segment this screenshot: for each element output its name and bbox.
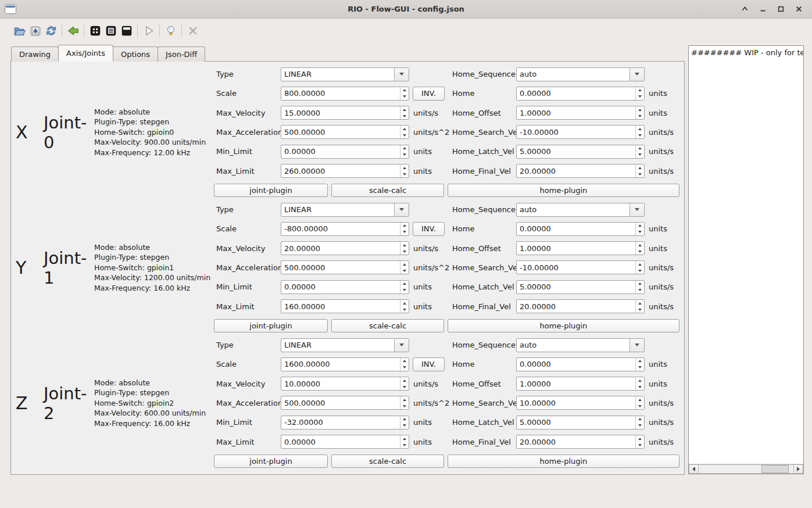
max-acceleration-spinbox[interactable]: 500.00000 (281, 125, 409, 139)
chevron-down-icon[interactable] (394, 203, 409, 216)
spin-up-icon[interactable] (636, 281, 644, 287)
invert-scale-button[interactable]: INV. (413, 357, 445, 371)
home-offset-spinbox[interactable]: 1.00000 (516, 377, 645, 391)
max-acceleration-spinbox[interactable]: 500.00000 (281, 396, 409, 410)
back-arrow-icon[interactable] (65, 23, 81, 39)
home-search-vel-spinbox[interactable]: -10.00000 (516, 125, 645, 139)
spin-down-icon[interactable] (636, 423, 644, 429)
home-final-vel-spinbox[interactable]: 20.00000 (516, 435, 645, 449)
type-combo[interactable]: LINEAR (281, 338, 409, 352)
spin-down-icon[interactable] (400, 364, 409, 371)
home-plugin-button[interactable]: home-plugin (448, 319, 679, 332)
chevron-down-icon[interactable] (629, 339, 644, 352)
spin-down-icon[interactable] (636, 113, 644, 119)
spin-down-icon[interactable] (636, 403, 644, 409)
chevron-down-icon[interactable] (394, 339, 409, 352)
joint-plugin-button[interactable]: joint-plugin (214, 319, 328, 332)
spin-down-icon[interactable] (400, 384, 409, 390)
open-folder-icon[interactable] (12, 23, 27, 39)
invert-scale-button[interactable]: INV. (413, 87, 445, 101)
scale-spinbox[interactable]: -800.00000 (281, 222, 409, 236)
close-x-icon[interactable] (185, 23, 201, 39)
close-window-icon[interactable] (793, 4, 804, 15)
spin-up-icon[interactable] (636, 242, 644, 248)
home-spinbox[interactable]: 0.00000 (516, 87, 645, 101)
scale-calc-button[interactable]: scale-calc (331, 319, 444, 332)
home-search-vel-spinbox[interactable]: 10.00000 (516, 396, 645, 410)
spin-up-icon[interactable] (636, 261, 644, 267)
spin-up-icon[interactable] (636, 435, 644, 442)
spin-down-icon[interactable] (400, 423, 409, 429)
spin-down-icon[interactable] (400, 94, 409, 100)
home-offset-spinbox[interactable]: 1.00000 (516, 241, 645, 255)
home-final-vel-spinbox[interactable]: 20.00000 (516, 299, 645, 313)
spin-up-icon[interactable] (636, 223, 644, 229)
scale-calc-button[interactable]: scale-calc (331, 184, 444, 197)
spin-up-icon[interactable] (636, 358, 644, 364)
chevron-down-icon[interactable] (629, 68, 644, 81)
max-acceleration-spinbox[interactable]: 500.00000 (281, 260, 409, 274)
tab-drawing[interactable]: Drawing (11, 46, 59, 62)
home-plugin-button[interactable]: home-plugin (448, 455, 679, 468)
tab-json-diff[interactable]: Json-Diff (158, 46, 205, 62)
list-view-icon[interactable] (103, 23, 119, 39)
tab-axis-joints[interactable]: Axis/Joints (58, 45, 113, 62)
spin-down-icon[interactable] (400, 171, 409, 177)
spin-down-icon[interactable] (636, 248, 644, 255)
spin-up-icon[interactable] (400, 145, 409, 152)
spin-down-icon[interactable] (636, 132, 644, 138)
type-combo[interactable]: LINEAR (281, 67, 409, 81)
minimize-window-icon[interactable] (757, 4, 768, 15)
spin-up-icon[interactable] (636, 396, 644, 403)
max-limit-spinbox[interactable]: 0.00000 (281, 435, 409, 449)
spin-up-icon[interactable] (636, 377, 644, 384)
maximize-window-icon[interactable] (775, 4, 786, 15)
scale-spinbox[interactable]: 800.00000 (281, 87, 409, 101)
horizontal-scrollbar[interactable] (689, 464, 803, 474)
spin-up-icon[interactable] (636, 164, 644, 171)
invert-scale-button[interactable]: INV. (413, 222, 445, 236)
window-view-icon[interactable] (119, 23, 134, 39)
max-velocity-spinbox[interactable]: 15.00000 (281, 106, 409, 120)
max-limit-spinbox[interactable]: 160.00000 (281, 299, 409, 313)
spin-down-icon[interactable] (636, 171, 644, 177)
spin-up-icon[interactable] (400, 242, 409, 248)
spin-down-icon[interactable] (400, 229, 409, 235)
spin-up-icon[interactable] (400, 164, 409, 171)
spin-up-icon[interactable] (400, 300, 409, 306)
max-velocity-spinbox[interactable]: 20.00000 (281, 241, 409, 255)
type-combo[interactable]: LINEAR (281, 203, 409, 217)
home-sequence-combo[interactable]: auto (516, 203, 645, 217)
home-latch-vel-spinbox[interactable]: 5.00000 (516, 416, 645, 430)
home-spinbox[interactable]: 0.00000 (516, 357, 645, 371)
home-search-vel-spinbox[interactable]: -10.00000 (516, 260, 645, 274)
spin-up-icon[interactable] (636, 145, 644, 152)
spin-up-icon[interactable] (400, 261, 409, 267)
spin-down-icon[interactable] (636, 152, 644, 158)
spin-down-icon[interactable] (636, 267, 644, 274)
spin-up-icon[interactable] (400, 377, 409, 384)
max-limit-spinbox[interactable]: 260.00000 (281, 164, 409, 178)
home-latch-vel-spinbox[interactable]: 5.00000 (516, 280, 645, 294)
scale-calc-button[interactable]: scale-calc (331, 455, 444, 468)
spin-down-icon[interactable] (636, 287, 644, 294)
spin-up-icon[interactable] (400, 126, 409, 132)
tab-options[interactable]: Options (113, 46, 158, 62)
home-sequence-combo[interactable]: auto (516, 338, 645, 352)
spin-down-icon[interactable] (636, 306, 644, 313)
hint-lamp-icon[interactable] (163, 23, 178, 39)
spin-down-icon[interactable] (400, 267, 409, 274)
spin-up-icon[interactable] (636, 87, 644, 94)
spin-up-icon[interactable] (400, 106, 409, 113)
spin-down-icon[interactable] (400, 113, 409, 119)
spin-up-icon[interactable] (636, 300, 644, 306)
home-offset-spinbox[interactable]: 1.00000 (516, 106, 645, 120)
home-plugin-button[interactable]: home-plugin (448, 184, 679, 197)
spin-down-icon[interactable] (636, 384, 644, 390)
spin-up-icon[interactable] (400, 223, 409, 229)
spin-down-icon[interactable] (636, 442, 644, 448)
chevron-down-icon[interactable] (394, 68, 409, 81)
grid-view-icon[interactable] (87, 23, 103, 39)
home-final-vel-spinbox[interactable]: 20.00000 (516, 164, 645, 178)
home-sequence-combo[interactable]: auto (516, 67, 645, 81)
